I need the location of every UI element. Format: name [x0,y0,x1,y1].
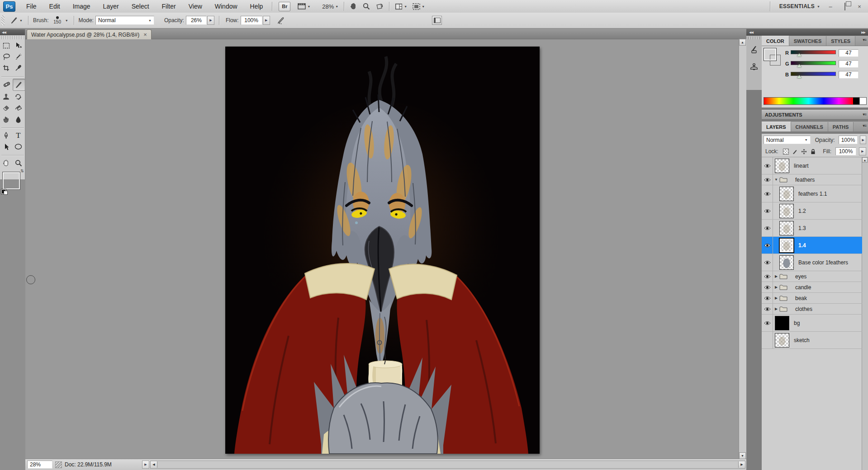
artboard[interactable] [225,47,540,454]
panel-menu-icon[interactable]: ▾≡ [863,112,866,117]
layer-visibility-toggle[interactable] [762,157,773,174]
blur-tool[interactable] [13,113,24,125]
layer-name[interactable]: sketch [794,337,810,343]
layer-row[interactable]: sketch [762,332,862,349]
adjustments-panel-header[interactable]: ADJUSTMENTS ▾≡ [762,110,868,120]
lock-position-button[interactable] [801,148,807,155]
collapse-icon[interactable]: ◀◀ [749,31,753,34]
tools-grip[interactable] [1,36,24,39]
menu-item[interactable]: View [182,0,209,13]
layer-thumbnail[interactable] [779,187,794,201]
tools-collapse-header[interactable]: ◀◀ [0,29,25,35]
ramp-white-swatch[interactable] [859,98,866,104]
menu-item[interactable]: Help [244,0,270,13]
layer-row[interactable]: bg [762,315,862,332]
layer-visibility-toggle[interactable] [762,202,773,219]
panel-tab[interactable]: PATHS [828,122,854,132]
layer-visibility-toggle[interactable] [762,174,773,185]
clone-source-panel-icon[interactable] [746,59,762,74]
toggle-brushes-panel-button[interactable] [432,16,442,25]
view-extras-button[interactable]: ▼ [295,1,313,11]
panel-menu-icon[interactable]: ▾≡ [863,38,866,42]
panel-menu-icon[interactable]: ▾≡ [863,123,866,128]
layer-row[interactable]: ▶ candle [762,282,862,293]
layer-row[interactable]: ▶ beak [762,293,862,304]
document-tab[interactable]: Water Apocalypse.psd @ 28% (1.4, RGB/8#)… [27,29,152,39]
layer-blend-mode-select[interactable]: Normal ▼ [764,136,811,144]
spectrum-gradient[interactable] [764,98,853,104]
layers-scrollbar[interactable]: ▲ [862,157,868,470]
layer-visibility-toggle[interactable] [762,185,773,202]
layer-thumbnail[interactable] [775,316,789,330]
layer-row[interactable]: ▶ eyes [762,271,862,282]
move-tool[interactable] [13,40,24,51]
layer-opacity-input[interactable]: 100% [839,136,858,144]
layer-name[interactable]: beak [795,295,807,301]
tab-close-icon[interactable]: × [143,31,147,38]
brush-preset-picker[interactable]: 150 [51,14,64,27]
history-brush-tool[interactable] [13,91,24,102]
canvas-pasteboard[interactable] [25,39,739,459]
layer-name[interactable]: feathers [795,177,815,183]
eraser-tool[interactable] [0,102,12,113]
layer-row[interactable]: ▼ feathers [762,174,862,185]
layer-thumbnail[interactable] [779,204,794,218]
zoom-level-dropdown[interactable]: 28% ▼ [319,1,341,11]
ramp-black-swatch[interactable] [853,98,859,104]
layer-row[interactable]: Base color 1feathers [762,254,862,271]
layer-row[interactable]: lineart [762,157,862,174]
screen-mode-button[interactable]: ▼ [410,1,427,11]
group-twirl-icon[interactable]: ▶ [773,307,779,311]
opacity-input[interactable]: 26% [186,16,207,25]
zoom-tool[interactable] [13,157,24,169]
layer-name[interactable]: eyes [795,273,806,280]
clone-stamp-tool[interactable] [0,91,12,102]
layer-visibility-toggle[interactable] [762,332,773,348]
group-twirl-icon[interactable]: ▶ [773,274,779,278]
channel-slider[interactable] [791,71,835,78]
slider-marker[interactable] [797,64,802,67]
lock-all-button[interactable] [810,148,816,155]
lock-transparency-button[interactable] [783,148,789,155]
type-tool[interactable]: T [13,130,24,141]
layer-thumbnail[interactable] [779,238,794,253]
color-spectrum-ramp[interactable] [764,97,867,105]
blend-mode-select[interactable]: Normal ▼ [95,16,154,25]
restore-button[interactable] [841,3,849,10]
layer-row[interactable]: ▶ clothes [762,304,862,315]
eyedropper-tool[interactable] [13,62,24,74]
layer-row[interactable]: 1.3 [762,220,862,237]
layer-visibility-toggle[interactable] [762,304,773,314]
arrange-documents-button[interactable]: ▼ [392,1,410,11]
status-zoom-input[interactable]: 28% [27,461,52,469]
layer-visibility-toggle[interactable] [762,271,773,282]
spot-healing-brush-tool[interactable] [0,79,12,90]
foreground-color-well[interactable] [764,48,776,61]
scroll-right-button[interactable]: ▶ [738,461,745,468]
menu-item[interactable]: Image [66,0,97,13]
current-tool-button[interactable]: ▼ [7,15,25,25]
rotate-view-button[interactable] [373,1,386,11]
lasso-tool[interactable] [0,51,12,62]
menu-item[interactable]: Select [125,0,156,13]
expand-icon[interactable]: ▶▶ [861,31,865,34]
bridge-button[interactable]: Br [279,2,290,11]
channel-value-input[interactable]: 47 [839,71,859,79]
hand-tool[interactable] [0,157,12,169]
channel-slider[interactable] [791,50,835,56]
rectangular-marquee-tool[interactable] [0,40,12,51]
channel-slider[interactable] [791,61,835,67]
menu-item[interactable]: Edit [43,0,66,13]
menu-item[interactable]: Window [209,0,244,13]
layer-row[interactable]: 1.4 [762,237,862,254]
layer-row[interactable]: 1.2 [762,202,862,220]
slider-marker[interactable] [797,53,802,56]
layer-name[interactable]: bg [794,320,800,326]
hand-tool-button[interactable] [347,1,360,11]
layer-name[interactable]: candle [795,284,811,291]
panel-tab[interactable]: CHANNELS [791,122,828,132]
panel-tab[interactable]: STYLES [826,36,855,46]
menu-item[interactable]: File [20,0,43,13]
default-colors-icon[interactable] [1,189,8,195]
layer-fill-slider-button[interactable]: ▶ [859,147,866,155]
